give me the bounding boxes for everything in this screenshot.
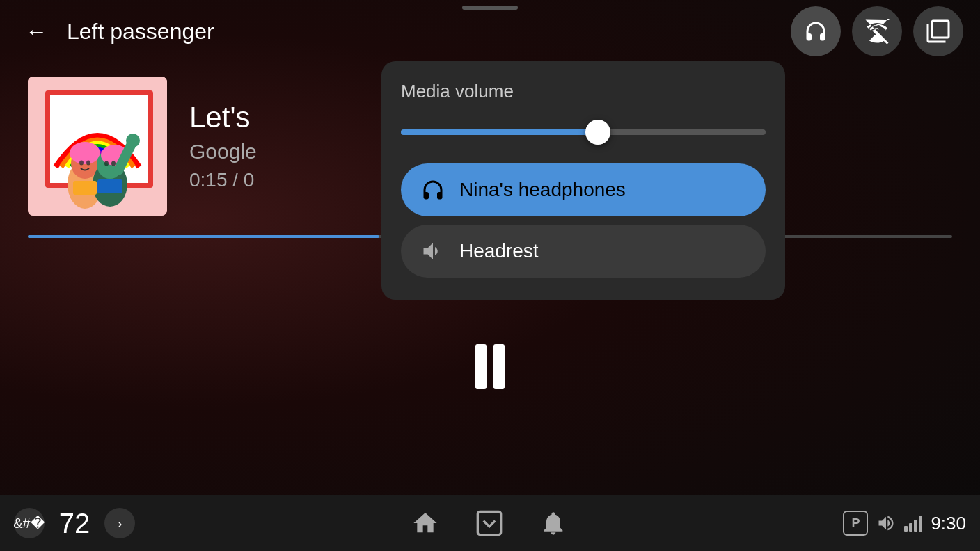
svg-point-6 (70, 142, 100, 164)
home-button[interactable] (407, 505, 443, 541)
volume-popup: Media volume Nina's headphones Headrest (381, 61, 785, 300)
chevron-right-icon: › (118, 516, 122, 532)
drawer-icon (475, 509, 503, 537)
p-badge-label: P (851, 516, 860, 531)
album-art-image (28, 77, 167, 216)
svg-point-15 (111, 161, 116, 166)
headrest-option[interactable]: Headrest (401, 225, 766, 278)
page-title: Left passenger (67, 19, 214, 45)
bottom-center-icons (135, 505, 843, 541)
headphones-icon (803, 19, 828, 44)
track-artist: Google (189, 140, 257, 163)
bell-icon (539, 509, 567, 537)
headphones-output-icon (420, 177, 445, 202)
track-title: Let's (189, 101, 257, 134)
volume-slider-fill (401, 129, 598, 135)
volume-down-button[interactable]: &#� (14, 508, 45, 538)
volume-slider-track (401, 129, 766, 135)
volume-slider-thumb[interactable] (585, 120, 610, 145)
svg-point-13 (126, 134, 140, 147)
svg-point-14 (104, 161, 109, 166)
svg-point-7 (79, 161, 84, 166)
wifi-off-icon (864, 19, 890, 44)
signal-icon (904, 515, 922, 532)
p-badge: P (843, 511, 868, 536)
home-icon (411, 509, 439, 537)
top-right-icons (791, 6, 963, 56)
ninas-headphones-option[interactable]: Nina's headphones (401, 163, 766, 216)
volume-number: 72 (50, 508, 99, 539)
status-time: 9:30 (931, 513, 966, 534)
drawer-button[interactable] (471, 505, 507, 541)
headrest-label: Headrest (459, 240, 539, 262)
album-art (28, 77, 167, 216)
pause-button[interactable] (475, 344, 505, 389)
speaker-output-icon (420, 239, 445, 264)
bottom-right-status: P 9:30 (843, 511, 966, 536)
pause-bar-left (475, 344, 487, 389)
volume-up-button[interactable]: › (104, 508, 135, 538)
screen-off-icon (926, 19, 951, 44)
wifi-off-button[interactable] (852, 6, 902, 56)
chevron-left-icon: &#� (13, 515, 45, 532)
pause-bar-right (493, 344, 505, 389)
track-info: Let's Google 0:15 / 0 (189, 101, 257, 191)
headphones-button[interactable] (791, 6, 841, 56)
bottom-bar: &#� 72 › P (0, 495, 980, 551)
volume-status-icon (876, 513, 896, 533)
volume-controls: &#� 72 › (14, 508, 135, 539)
back-arrow-icon: ← (25, 19, 47, 45)
svg-point-8 (86, 161, 90, 166)
svg-rect-18 (477, 511, 500, 534)
drag-handle[interactable] (462, 6, 518, 10)
volume-slider[interactable] (401, 115, 766, 150)
ninas-headphones-label: Nina's headphones (459, 179, 626, 201)
svg-rect-16 (97, 179, 122, 193)
track-time: 0:15 / 0 (189, 169, 257, 191)
volume-popup-title: Media volume (401, 81, 766, 102)
progress-fill (28, 235, 379, 238)
back-button[interactable]: ← (17, 12, 56, 51)
notifications-button[interactable] (535, 505, 571, 541)
screen-off-button[interactable] (913, 6, 963, 56)
svg-rect-17 (73, 181, 97, 195)
